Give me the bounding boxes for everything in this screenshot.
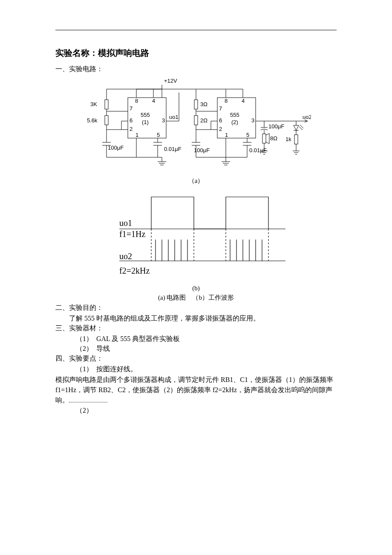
section-1-head: 一、实验电路： xyxy=(55,65,337,74)
circuit-svg: +12V 3K 5.6k 100μF 0.01μF 555 (1) uo1 3Ω… xyxy=(81,76,311,174)
figure-circuit: +12V 3K 5.6k 100μF 0.01μF 555 (1) uo1 3Ω… xyxy=(55,76,337,174)
c2-pin4: 4 xyxy=(242,98,245,104)
svg-rect-38 xyxy=(194,116,198,125)
sec3-item1-num: （1） xyxy=(76,335,93,342)
svg-rect-34 xyxy=(194,100,198,109)
c1-pin4: 4 xyxy=(152,98,155,104)
page-title: 实验名称：模拟声响电路 xyxy=(55,47,337,59)
svg-line-66 xyxy=(266,133,269,135)
wave-f2-label: f2=2kHz xyxy=(119,266,150,275)
svg-marker-74 xyxy=(294,125,299,130)
wave-uo1-label: uo1 xyxy=(119,218,132,228)
fig-caption-b: （b）工作波形 xyxy=(192,294,234,301)
vcc-label: +12V xyxy=(164,78,177,84)
sec4-item2: （2） xyxy=(76,406,337,415)
figure-caption: (a) 电路图 （b）工作波形 xyxy=(55,294,337,302)
dotted-underline xyxy=(69,398,107,402)
c1a-label: 100μF xyxy=(108,145,124,151)
cout-label: 100μF xyxy=(268,123,284,130)
r1a-label: 3K xyxy=(90,101,97,107)
r1b-label: 5.6k xyxy=(87,117,98,124)
section-3-head: 三、实验器材： xyxy=(55,324,337,333)
uo1-label: uo1 xyxy=(169,114,179,120)
svg-rect-5 xyxy=(105,100,108,109)
sec4-item1: （1） 按图连好线。 xyxy=(76,365,337,374)
svg-rect-9 xyxy=(105,116,108,125)
rled-label: 1k xyxy=(285,136,291,142)
fig-caption-a: (a) 电路图 xyxy=(158,294,186,301)
c1-pin3: 3 xyxy=(162,117,165,124)
waveform-svg: uo1 f1=1Hz uo2 f2=2kHz xyxy=(102,188,290,282)
title-prefix: 实验名称： xyxy=(55,48,98,58)
sec4-item1-text: 按图连好线。 xyxy=(96,365,137,373)
sec4-paragraph: 模拟声响电路是由两个多谐振荡器构成，调节定时元件 RB1、C1，使振荡器（1）的… xyxy=(55,375,337,405)
c2b-label: 0.01μF xyxy=(249,147,267,153)
uo2-label: uo2 xyxy=(303,114,311,120)
chip2-label: 555 xyxy=(230,112,239,118)
section-2-head: 二、实验目的： xyxy=(55,304,337,312)
header-rule xyxy=(55,30,337,30)
svg-line-67 xyxy=(266,142,269,144)
c2-pin8: 8 xyxy=(225,98,228,104)
sec3-item2: （2） 导线 xyxy=(76,344,337,353)
sec3-item1: （1） GAL 及 555 典型器件实验板 xyxy=(76,335,337,344)
r2b-label: 2Ω xyxy=(200,117,208,124)
sec3-item1-text: GAL 及 555 典型器件实验板 xyxy=(96,335,180,342)
chip1-label: 555 xyxy=(141,112,150,118)
svg-rect-79 xyxy=(294,135,298,144)
c1b-label: 0.01μF xyxy=(164,146,182,152)
r2a-label: 3Ω xyxy=(200,101,208,107)
c2-pin3: 3 xyxy=(251,117,254,124)
sec3-item2-text: 导线 xyxy=(96,345,110,352)
wave-uo2-label: uo2 xyxy=(119,251,132,261)
c1-pin1: 1 xyxy=(135,132,138,138)
sec4-item1-num: （1） xyxy=(76,365,93,373)
c2-pin5: 5 xyxy=(246,132,249,138)
figure-a-label: （a） xyxy=(55,177,337,185)
chip2-sub: (2) xyxy=(231,119,238,125)
c2-pin6: 6 xyxy=(219,117,222,124)
c2a-label: 100μF xyxy=(194,147,210,153)
c1-pin2: 2 xyxy=(130,126,133,132)
c2-pin7: 7 xyxy=(219,105,222,112)
sec3-item2-num: （2） xyxy=(76,345,93,352)
c1-pin8: 8 xyxy=(135,98,138,104)
figure-b-label: (b) xyxy=(55,285,337,292)
c1-pin5: 5 xyxy=(157,132,160,138)
section-4-head: 四、实验要点： xyxy=(55,354,337,363)
c1-pin6: 6 xyxy=(130,117,133,124)
chip1-sub: (1) xyxy=(142,119,149,125)
figure-waveform: uo1 f1=1Hz uo2 f2=2kHz xyxy=(55,188,337,282)
title-name: 模拟声响电路 xyxy=(98,48,149,58)
svg-rect-65 xyxy=(262,134,266,143)
c1-pin7: 7 xyxy=(130,105,133,112)
sec4-item2-num: （2） xyxy=(76,407,93,414)
c2-pin2: 2 xyxy=(219,126,222,132)
section-2-body: 了解 555 时基电路的组成及工作原理，掌握多谐振荡器的应用。 xyxy=(55,314,337,323)
c2-pin1: 1 xyxy=(225,132,228,138)
wave-f1-label: f1=1Hz xyxy=(119,229,145,239)
speaker-label: 8Ω xyxy=(270,135,277,142)
